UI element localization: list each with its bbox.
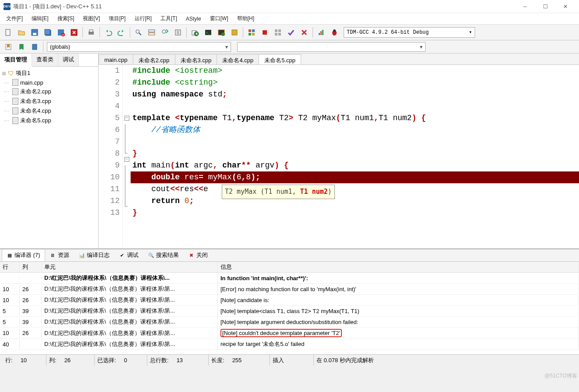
new-file-icon[interactable] (2, 26, 14, 39)
stop-debug-icon[interactable] (259, 26, 271, 39)
table-row[interactable]: 539D:\红泥巴\我的课程体系\（信息奥赛）课程体系\第...[Note] t… (0, 317, 579, 328)
window-title: 项目1 - [项目1.dev] - Dev-C++ 5.11 (13, 3, 515, 11)
toolbar-separator (186, 27, 187, 38)
replace-icon[interactable] (146, 26, 158, 39)
col-line[interactable]: 行 (0, 262, 20, 272)
menu-search[interactable]: 搜索[S] (53, 13, 79, 24)
run-icon[interactable]: >_ (202, 26, 214, 39)
find-icon[interactable] (132, 26, 145, 39)
table-row[interactable]: 1026D:\红泥巴\我的课程体系\（信息奥赛）课程体系\第...[Note] … (0, 295, 579, 306)
editor-tab[interactable]: 未命名2.cpp (133, 54, 175, 64)
maximize-button[interactable]: ☐ (535, 0, 555, 13)
debug-check-icon[interactable] (285, 26, 297, 39)
menu-view[interactable]: 视图[V] (78, 13, 104, 24)
profile-icon[interactable] (272, 26, 284, 39)
file-icon (12, 107, 18, 114)
code-content[interactable]: #include <iostream> #include <cstring> u… (131, 65, 579, 248)
table-row[interactable]: 1026D:\红泥巴\我的课程体系\（信息奥赛）课程体系\第...[Note] … (0, 328, 579, 339)
menu-edit[interactable]: 编辑[E] (27, 13, 53, 24)
compile-icon[interactable] (189, 26, 201, 39)
grid-icon: ▦ (7, 252, 13, 258)
status-insert-mode: 插入 (270, 355, 314, 366)
bug-icon[interactable] (328, 26, 341, 39)
compile-run-icon[interactable] (215, 26, 227, 39)
close-file-icon[interactable] (68, 26, 80, 39)
save-icon[interactable] (28, 26, 41, 39)
editor-tab[interactable]: main.cpp (99, 54, 133, 64)
menu-tools[interactable]: 工具[T] (156, 13, 181, 24)
save-as-icon[interactable]: × (55, 26, 67, 39)
print-icon[interactable] (85, 26, 97, 39)
file-label: 未命名3.cpp (20, 97, 51, 105)
close-button[interactable]: ✕ (555, 0, 575, 13)
table-row[interactable]: D:\红泥巴\我的课程体系\（信息奥赛）课程体系\...In function … (0, 273, 579, 284)
menu-project[interactable]: 项目[P] (104, 13, 130, 24)
tab-resources[interactable]: 🗎资源 (45, 249, 74, 261)
minimize-button[interactable]: ─ (515, 0, 535, 13)
col-msg[interactable]: 信息 (218, 262, 579, 272)
svg-rect-4 (45, 29, 50, 35)
svg-rect-33 (320, 31, 322, 35)
file-label: 未命名4.cpp (20, 107, 51, 115)
file-icon (12, 79, 18, 86)
tree-file[interactable]: main.cpp (11, 78, 97, 87)
chart-icon[interactable] (315, 26, 327, 39)
tab-search-results[interactable]: 🔍搜索结果 (143, 249, 184, 261)
menu-run[interactable]: 运行[R] (130, 13, 156, 24)
toolbar-separator (82, 27, 83, 38)
tree-file[interactable]: 未命名4.cpp (11, 106, 97, 116)
project-tree[interactable]: ⊟ 🛡 项目1 main.cpp 未命名2.cpp 未命名3.cpp 未命名4.… (0, 67, 98, 248)
menu-astyle[interactable]: AStyle (181, 14, 206, 24)
rebuild-icon[interactable] (228, 26, 241, 39)
table-row[interactable]: 539D:\红泥巴\我的课程体系\（信息奥赛）课程体系\第...[Note] t… (0, 306, 579, 317)
compiler-output-table[interactable]: 行 列 单元 信息 D:\红泥巴\我的课程体系\（信息奥赛）课程体系\...In… (0, 262, 579, 354)
tree-project-node[interactable]: ⊟ 🛡 项目1 (1, 68, 97, 78)
debug-cross-icon[interactable] (298, 26, 310, 39)
svg-point-11 (136, 30, 139, 33)
toolbar-separator (243, 27, 243, 38)
undo-icon[interactable] (102, 26, 114, 39)
bookmarks-icon[interactable] (2, 41, 14, 53)
debug-icon[interactable] (245, 26, 258, 39)
sidebar: 项目管理 查看类 调试 ⊟ 🛡 项目1 main.cpp 未命名2.cpp 未命… (0, 53, 99, 248)
tab-compiler[interactable]: ▦编译器 (7) (2, 249, 45, 261)
sidebar-tab-class[interactable]: 查看类 (32, 53, 58, 66)
menu-file[interactable]: 文件[F] (2, 13, 27, 24)
goto-bookmark-icon[interactable] (15, 41, 28, 53)
tree-file[interactable]: 未命名3.cpp (11, 96, 97, 106)
svg-rect-2 (33, 33, 36, 35)
svg-rect-30 (275, 33, 277, 36)
tab-compile-log[interactable]: 📊编译日志 (74, 249, 114, 261)
symbols-dropdown[interactable]: ▾ (237, 42, 426, 52)
redo-icon[interactable] (115, 26, 128, 39)
toggle-bookmark-icon[interactable] (28, 41, 41, 53)
open-file-icon[interactable] (15, 26, 28, 39)
editor-tab[interactable]: 未命名3.cpp (175, 54, 217, 64)
svg-rect-0 (6, 29, 10, 36)
table-row[interactable]: 1026D:\红泥巴\我的课程体系\（信息奥赛）课程体系\第...[Error]… (0, 284, 579, 295)
col-unit[interactable]: 单元 (42, 262, 218, 272)
menu-window[interactable]: 窗口[W] (206, 13, 233, 24)
fold-minus-icon[interactable]: − (124, 157, 129, 162)
tree-file[interactable]: 未命名2.cpp (11, 87, 97, 96)
sidebar-tab-debug[interactable]: 调试 (58, 53, 79, 66)
collapse-icon[interactable]: ⊟ (1, 71, 7, 76)
menu-help[interactable]: 帮助[H] (233, 13, 259, 24)
tab-debug[interactable]: ✔调试 (114, 249, 143, 261)
tab-close[interactable]: ✖关闭 (184, 249, 213, 261)
find-next-icon[interactable] (159, 26, 171, 39)
globals-dropdown[interactable]: (globals) ▾ (47, 42, 231, 52)
goto-line-icon[interactable] (172, 26, 184, 39)
code-editor[interactable]: 12345678910✖111213 − − #include <iostrea… (99, 65, 579, 248)
app-logo-icon: DEV (4, 3, 11, 10)
save-all-icon[interactable] (42, 26, 54, 39)
fold-minus-icon[interactable]: − (124, 116, 129, 121)
sidebar-tab-project[interactable]: 项目管理 (0, 53, 32, 67)
col-col[interactable]: 列 (20, 262, 42, 272)
tooltip-pre: T2 myMax (T1 num1, (225, 188, 300, 196)
tree-file[interactable]: 未命名5.cpp (11, 116, 97, 125)
table-row[interactable]: 40D:\红泥巴\我的课程体系\（信息奥赛）课程体系\第...recipe fo… (0, 339, 579, 350)
editor-tab-active[interactable]: 未命名5.cpp (259, 54, 301, 64)
compiler-select[interactable]: TDM-GCC 4.9.2 64-bit Debug ▾ (344, 27, 475, 38)
editor-tab[interactable]: 未命名4.cpp (217, 54, 259, 64)
